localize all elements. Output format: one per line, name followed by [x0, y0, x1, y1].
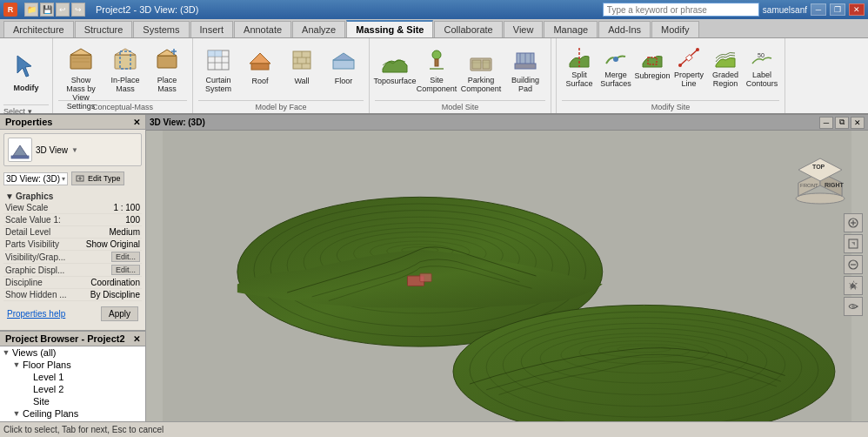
tab-massing-site[interactable]: Massing & Site — [346, 20, 433, 37]
property-line-button[interactable]: Property Line — [671, 42, 706, 96]
navigation-bar: ✥ — [844, 213, 863, 316]
properties-panel: Properties ✕ 3D View ▼ — [0, 115, 145, 331]
floor-label: Floor — [335, 77, 353, 85]
scale-value[interactable]: 100 — [125, 215, 140, 225]
svg-text:50: 50 — [758, 52, 765, 58]
tab-architecture[interactable]: Architecture — [3, 21, 74, 37]
restore-button[interactable]: ❐ — [830, 3, 845, 16]
view-name-dropdown[interactable]: 3D View: (3D) ▾ — [3, 172, 68, 185]
show-mass-button[interactable]: Show Mass by View Settings — [58, 42, 103, 96]
merge-surfaces-label: Merge Surfaces — [600, 71, 631, 89]
3d-scene[interactable]: TOP RIGHT FRONT ✥ — [146, 131, 868, 421]
svg-rect-28 — [333, 60, 354, 69]
tab-collaborate[interactable]: Collaborate — [434, 21, 502, 37]
browser-content[interactable]: ▼ Views (all) ▼ Floor Plans Level 1 Leve… — [0, 346, 145, 421]
building-pad-button[interactable]: Building Pad — [505, 42, 545, 96]
modify-button[interactable]: Modify — [3, 42, 49, 103]
tab-addins[interactable]: Add-Ins — [598, 21, 651, 37]
zoom-in-button[interactable] — [844, 213, 863, 232]
toposurface-button[interactable]: Toposurface — [375, 42, 415, 96]
view-type-dropdown-arrow[interactable]: ▼ — [71, 146, 78, 154]
label-contours-button[interactable]: 50 Label Contours — [744, 42, 779, 96]
tree-item-site-fp[interactable]: Site — [0, 395, 145, 407]
viewport-restore-button[interactable]: ⧉ — [835, 117, 849, 129]
graded-region-button[interactable]: Graded Region — [708, 42, 743, 96]
tab-analyze[interactable]: Analyze — [292, 21, 345, 37]
modify-icon — [12, 52, 40, 80]
title-bar-right: samuelsanf ─ ❐ ✕ — [603, 3, 865, 17]
tab-annotate[interactable]: Annotate — [234, 21, 291, 37]
show-hidden-value[interactable]: By Discipline — [90, 290, 140, 299]
svg-text:RIGHT: RIGHT — [825, 182, 845, 188]
tree-label-level1-fp: Level 1 — [33, 372, 63, 382]
place-mass-button[interactable]: Place Mass — [147, 42, 187, 96]
browser-close-button[interactable]: ✕ — [133, 334, 140, 344]
property-line-label: Property Line — [674, 71, 704, 89]
svg-point-95 — [851, 305, 855, 308]
discipline-value[interactable]: Coordination — [90, 278, 140, 287]
ribbon-group-modify-site: Split Surface Merge Surfaces — [557, 38, 785, 113]
edit-type-button[interactable]: Edit Type — [71, 171, 124, 185]
site-component-button[interactable]: Site Component — [417, 42, 457, 96]
tab-systems[interactable]: Systems — [133, 21, 189, 37]
roof-button[interactable]: Roof — [240, 42, 280, 96]
tree-expand-ceiling-plans: ▼ — [10, 409, 23, 418]
graphics-section-header: ▼ Graphics — [3, 189, 142, 202]
model-by-face-content: Curtain System Roof — [198, 42, 364, 98]
roof-icon — [246, 46, 274, 74]
tree-item-floor-plans[interactable]: ▼ Floor Plans — [0, 359, 145, 371]
discipline-row: Discipline Coordination — [3, 277, 142, 289]
properties-close-button[interactable]: ✕ — [133, 118, 140, 127]
split-surface-button[interactable]: Split Surface — [562, 42, 597, 96]
detail-level-value[interactable]: Medium — [109, 227, 140, 237]
ribbon-group-conceptual-mass: Show Mass by View Settings In-Place Mass — [53, 38, 193, 113]
graphic-display-edit-button[interactable]: Edit... — [111, 265, 140, 275]
qat-open[interactable]: 📁 — [24, 3, 38, 17]
in-place-mass-button[interactable]: In-Place Mass — [105, 42, 145, 96]
qat-undo[interactable]: ↩ — [56, 3, 70, 17]
qat-save[interactable]: 💾 — [40, 3, 54, 17]
orbit-button[interactable] — [844, 297, 863, 316]
view-scale-value[interactable]: 1 : 100 — [113, 203, 140, 212]
close-button[interactable]: ✕ — [849, 3, 865, 16]
curtain-system-button[interactable]: Curtain System — [198, 42, 238, 96]
apply-button[interactable]: Apply — [101, 306, 138, 321]
zoom-to-fit-button[interactable] — [844, 234, 863, 253]
properties-help-link[interactable]: Properties help — [5, 307, 67, 320]
tree-item-level1-fp[interactable]: Level 1 — [0, 371, 145, 383]
tree-item-level2-fp[interactable]: Level 2 — [0, 383, 145, 395]
tab-manage[interactable]: Manage — [544, 21, 598, 37]
viewport-close-button[interactable]: ✕ — [851, 117, 865, 129]
svg-marker-0 — [17, 56, 31, 77]
username: samuelsanf — [763, 5, 807, 15]
tab-structure[interactable]: Structure — [75, 21, 133, 37]
svg-rect-34 — [472, 60, 481, 69]
minimize-button[interactable]: ─ — [811, 3, 826, 16]
search-input[interactable] — [603, 3, 759, 17]
tree-label-views-all: Views (all) — [12, 347, 57, 358]
tab-insert[interactable]: Insert — [190, 21, 234, 37]
tab-view[interactable]: View — [504, 21, 544, 37]
wall-button[interactable]: Wall — [282, 42, 322, 96]
view-type-icon — [8, 138, 32, 162]
qat-redo[interactable]: ↪ — [71, 3, 85, 17]
properties-footer: Properties help Apply — [3, 301, 142, 326]
viewcube[interactable]: TOP RIGHT FRONT — [790, 139, 851, 209]
parking-component-button[interactable]: Parking Component — [458, 42, 504, 96]
tab-modify[interactable]: Modify — [651, 21, 698, 37]
graphics-label: Graphics — [16, 192, 53, 201]
merge-surfaces-button[interactable]: Merge Surfaces — [598, 42, 633, 96]
zoom-out-button[interactable] — [844, 255, 863, 274]
graphic-display-label: Graphic Displ... — [5, 266, 64, 275]
tree-item-ceiling-plans[interactable]: ▼ Ceiling Plans — [0, 407, 145, 420]
browser-title: Project Browser - Project2 — [5, 333, 125, 344]
viewport-minimize-button[interactable]: ─ — [819, 117, 833, 129]
tree-item-views-all[interactable]: ▼ Views (all) — [0, 346, 145, 359]
viewport: 3D View: (3D) ─ ⧉ ✕ — [146, 115, 868, 421]
place-mass-label: Place Mass — [150, 77, 184, 94]
parts-visibility-value[interactable]: Show Original — [86, 239, 140, 249]
subregion-button[interactable]: Subregion — [635, 42, 670, 96]
floor-button[interactable]: Floor — [324, 42, 364, 96]
visibility-graphics-edit-button[interactable]: Edit... — [111, 252, 140, 262]
pan-button[interactable]: ✥ — [844, 276, 863, 295]
